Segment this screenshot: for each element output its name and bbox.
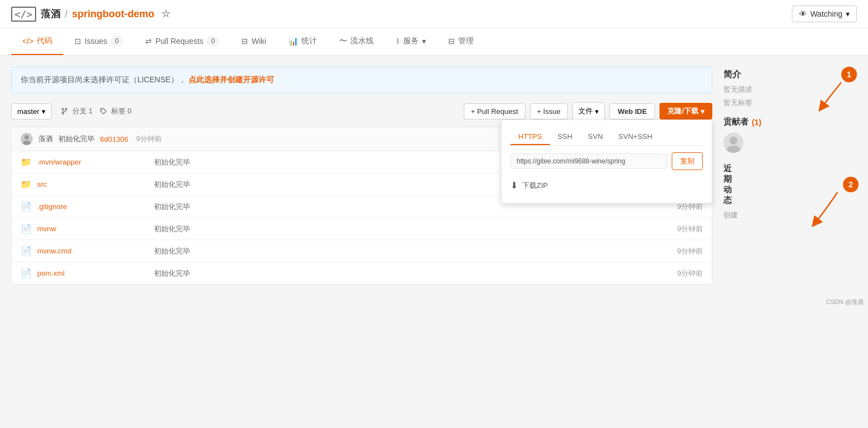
- code-icon: </>: [22, 37, 33, 46]
- file-name[interactable]: pom.xml: [37, 269, 148, 277]
- clone-tab-svn-ssh[interactable]: SVN+SSH: [611, 129, 660, 145]
- chevron-down-icon: ▾: [846, 9, 850, 18]
- file-name[interactable]: .mvn/wrapper: [37, 158, 148, 166]
- tab-pipeline-label: 流水线: [350, 36, 374, 46]
- tab-wiki[interactable]: ⊟ Wiki: [230, 28, 277, 55]
- branch-selector[interactable]: master ▾: [11, 103, 52, 120]
- svg-point-1: [65, 108, 67, 110]
- tags-count[interactable]: 标签 0: [111, 106, 132, 116]
- https-tab-label: HTTPS: [518, 132, 542, 141]
- folder-icon: 📁: [21, 179, 32, 190]
- tab-code-label: 代码: [37, 36, 52, 46]
- repo-title: </> 蒗酒 / springboot-demo ☆: [11, 7, 170, 22]
- clone-btn-label: 克隆/下载: [667, 106, 698, 116]
- branch-left: master ▾ 分支 1: [11, 103, 131, 120]
- commit-hash[interactable]: 6d01306: [100, 135, 128, 143]
- tab-pull-requests[interactable]: ⇄ Pull Requests 0: [134, 28, 230, 55]
- tab-code[interactable]: </> 代码: [11, 28, 63, 55]
- header: </> 蒗酒 / springboot-demo ☆ 👁 Watching ▾: [0, 0, 868, 28]
- clone-download-button[interactable]: 克隆/下载 ▾: [659, 103, 712, 120]
- file-name[interactable]: mvnw.cmd: [37, 247, 148, 255]
- owner-name[interactable]: 蒗酒: [41, 7, 61, 21]
- star-icon[interactable]: ☆: [161, 8, 170, 20]
- file-doc-icon: 📄: [21, 268, 32, 278]
- eye-icon: 👁: [799, 9, 807, 18]
- file-row: 📄 mvnw 初始化完毕 9分钟前: [12, 218, 712, 240]
- file-time: 9分钟前: [658, 246, 703, 256]
- wiki-icon: ⊟: [241, 37, 248, 46]
- download-zip-button[interactable]: ⬇ 下载ZIP: [510, 177, 703, 194]
- code-brackets-icon: </>: [11, 7, 36, 22]
- file-button[interactable]: 文件 ▾: [572, 102, 605, 120]
- tab-stats[interactable]: 📊 统计: [277, 28, 328, 55]
- web-ide-button[interactable]: Web IDE: [609, 103, 656, 120]
- pull-request-button[interactable]: + Pull Request: [464, 103, 525, 120]
- file-row: 📄 pom.xml 初始化完毕 9分钟前: [12, 262, 712, 284]
- branch-chevron-icon: ▾: [42, 107, 46, 116]
- clone-url-input[interactable]: [510, 153, 667, 169]
- tab-manage[interactable]: ⊟ 管理: [437, 28, 485, 55]
- tab-manage-label: 管理: [458, 36, 474, 46]
- license-text-before: 你当前开源项目尚未选择许可证（LICENSE），: [21, 75, 186, 84]
- commit-author[interactable]: 蒗酒: [38, 134, 53, 144]
- svg-point-2: [62, 113, 63, 115]
- branch-right: + Pull Request + Issue 文件 ▾ Web IDE 克隆/下…: [464, 102, 712, 120]
- tab-services-label: 服务: [403, 36, 419, 46]
- bottom-credit: CSDN @蒗酒: [0, 296, 868, 308]
- tab-pr-label: Pull Requests: [155, 37, 203, 46]
- clone-dropdown-menu: HTTPS SSH SVN SVN+SSH: [501, 120, 712, 203]
- issues-badge: 0: [111, 36, 123, 46]
- ssh-tab-label: SSH: [558, 132, 573, 141]
- watching-label: Watching: [810, 9, 842, 18]
- file-name[interactable]: src: [37, 180, 148, 188]
- repo-name[interactable]: springboot-demo: [72, 8, 155, 20]
- issue-button[interactable]: + Issue: [530, 103, 568, 120]
- pipeline-icon: 〜: [339, 36, 347, 46]
- clone-tab-ssh[interactable]: SSH: [550, 129, 581, 145]
- license-notice: 你当前开源项目尚未选择许可证（LICENSE）， 点此选择并创建开源许可: [11, 67, 712, 93]
- svg-point-0: [62, 108, 63, 110]
- copy-url-button[interactable]: 复制: [672, 152, 703, 170]
- branch-name: master: [17, 107, 39, 116]
- credits-text: CSDN @蒗酒: [826, 298, 864, 305]
- contributor-avatar-1[interactable]: [723, 133, 743, 153]
- file-name[interactable]: mvnw: [37, 225, 148, 233]
- title-separator: /: [65, 8, 68, 20]
- recent-activity-title: 近期动态: [723, 163, 732, 206]
- no-tags-text: 暂无标签: [723, 98, 752, 107]
- branch-info: 分支 1 标签 0: [61, 106, 132, 116]
- file-doc-icon: 📄: [21, 223, 32, 234]
- license-link[interactable]: 点此选择并创建开源许可: [189, 75, 274, 84]
- tab-pipeline[interactable]: 〜 流水线: [328, 28, 385, 55]
- create-label: 创建: [723, 211, 738, 219]
- file-time: 9分钟前: [658, 224, 703, 234]
- svg-point-3: [101, 110, 102, 111]
- clone-protocol-tabs: HTTPS SSH SVN SVN+SSH: [510, 129, 703, 146]
- file-name[interactable]: .gitignore: [37, 202, 148, 211]
- clone-tab-svn[interactable]: SVN: [580, 129, 611, 145]
- branches-count[interactable]: 分支 1: [72, 106, 93, 116]
- tab-issues-label: Issues: [85, 37, 107, 46]
- watching-button[interactable]: 👁 Watching ▾: [792, 6, 857, 22]
- annotation-2: 2: [843, 177, 859, 192]
- issues-icon: ⊡: [75, 37, 81, 46]
- commit-message: 初始化完毕: [58, 134, 95, 144]
- file-row: 📄 mvnw.cmd 初始化完毕 9分钟前: [12, 240, 712, 262]
- pr-badge: 0: [207, 36, 220, 46]
- file-doc-icon: 📄: [21, 246, 32, 256]
- no-description-text: 暂无描述: [723, 85, 752, 93]
- contributors-section: 贡献者 (1): [723, 117, 857, 155]
- services-icon: ⌇: [396, 37, 400, 46]
- clone-tab-https[interactable]: HTTPS: [510, 129, 550, 145]
- sidebar: 简介 1 暂无描述 暂无标: [723, 67, 857, 285]
- contributors-title: 贡献者 (1): [723, 117, 857, 127]
- tab-issues[interactable]: ⊡ Issues 0: [63, 28, 134, 55]
- download-zip-label: 下载ZIP: [522, 181, 548, 191]
- svn-tab-label: SVN: [588, 132, 603, 141]
- tab-services[interactable]: ⌇ 服务 ▾: [385, 28, 437, 55]
- clone-download-area: 克隆/下载 ▾ HTTPS SSH: [659, 103, 712, 120]
- nav-tabs: </> 代码 ⊡ Issues 0 ⇄ Pull Requests 0 ⊟ Wi…: [0, 28, 868, 56]
- svg-point-6: [730, 137, 737, 145]
- svg-point-4: [24, 135, 29, 140]
- content-area: 你当前开源项目尚未选择许可证（LICENSE）， 点此选择并创建开源许可 mas…: [11, 67, 712, 285]
